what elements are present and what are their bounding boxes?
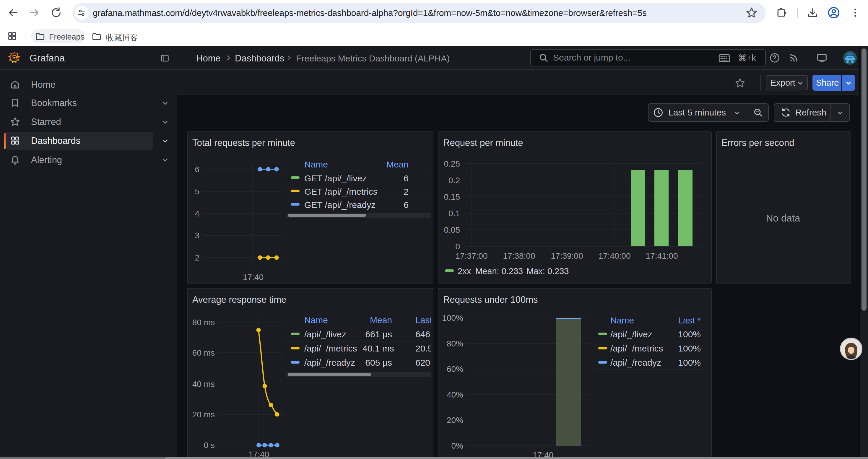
svg-text:20 ms: 20 ms — [192, 410, 215, 419]
svg-text:6: 6 — [195, 165, 199, 174]
svg-text:40 ms: 40 ms — [192, 380, 215, 389]
svg-text:80 ms: 80 ms — [192, 318, 215, 327]
svg-text:4: 4 — [195, 209, 199, 218]
svg-text:2: 2 — [195, 253, 199, 262]
svg-text:17:40: 17:40 — [243, 273, 264, 282]
svg-text:17:41:00: 17:41:00 — [646, 251, 678, 261]
svg-text:40%: 40% — [447, 390, 463, 399]
svg-text:60%: 60% — [447, 364, 463, 374]
svg-text:3: 3 — [195, 231, 199, 240]
svg-text:20%: 20% — [447, 416, 463, 425]
svg-text:0%: 0% — [452, 441, 463, 451]
svg-text:0: 0 — [455, 242, 460, 251]
svg-text:5: 5 — [195, 187, 199, 196]
svg-text:80%: 80% — [447, 339, 463, 348]
svg-text:0.25: 0.25 — [444, 159, 460, 168]
svg-text:17:39:00: 17:39:00 — [551, 251, 583, 261]
svg-text:0.2: 0.2 — [448, 176, 460, 185]
svg-text:100%: 100% — [442, 314, 463, 323]
svg-text:0.1: 0.1 — [448, 209, 460, 218]
svg-text:17:37:00: 17:37:00 — [456, 251, 488, 261]
svg-text:0 s: 0 s — [204, 441, 215, 450]
svg-text:17:40:00: 17:40:00 — [598, 251, 631, 261]
svg-text:0.15: 0.15 — [444, 192, 460, 201]
svg-text:0.05: 0.05 — [444, 225, 460, 234]
svg-text:17:38:00: 17:38:00 — [503, 251, 535, 261]
svg-text:60 ms: 60 ms — [192, 348, 215, 357]
